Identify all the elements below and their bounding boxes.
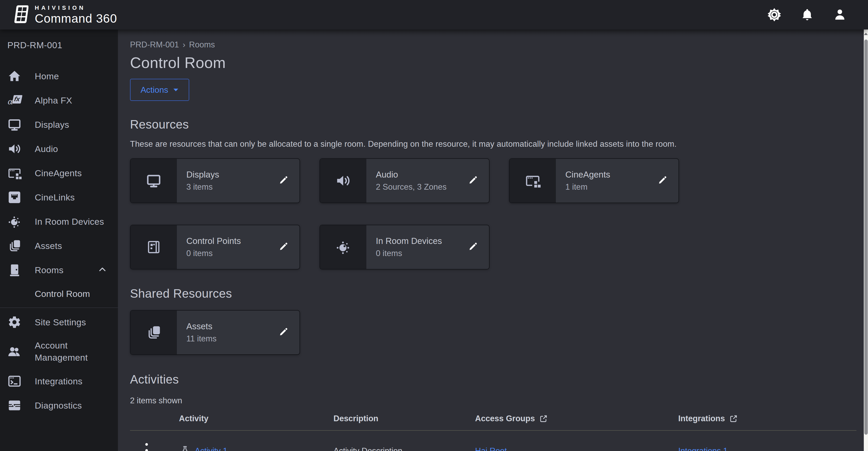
flask-icon [179, 445, 191, 451]
sidebar-item-assets[interactable]: Assets [0, 234, 118, 258]
resource-card-assets[interactable]: Assets 11 items [130, 310, 300, 355]
scrollbar-thumb[interactable] [864, 39, 868, 435]
activities-heading: Activities [130, 372, 868, 387]
card-title: Control Points [186, 236, 278, 246]
card-title: Assets [186, 321, 278, 331]
resources-heading: Resources [130, 117, 868, 132]
external-link-icon[interactable] [729, 414, 738, 423]
control-points-icon [130, 225, 177, 269]
settings-gear-icon[interactable] [767, 7, 782, 22]
brand-name: HAIVISION [35, 5, 117, 11]
integration-link[interactable]: Integrations 1 [678, 446, 728, 451]
edit-pencil-icon[interactable] [657, 175, 668, 187]
resource-card-control-points[interactable]: Control Points 0 items [130, 225, 300, 270]
sidebar-item-label: Integrations [35, 376, 82, 387]
sidebar-item-label: In Room Devices [35, 217, 104, 227]
page-title: Control Room [130, 54, 868, 72]
sidebar-item-label: Rooms [35, 265, 63, 275]
cinelinks-icon [7, 190, 22, 205]
column-header-description[interactable]: Description [334, 414, 475, 423]
sidebar-item-rooms[interactable]: Rooms [0, 258, 118, 282]
resource-card-cineagents[interactable]: CineAgents 1 item [509, 158, 679, 203]
actions-button[interactable]: Actions [130, 79, 189, 101]
sidebar-item-in-room-devices[interactable]: In Room Devices [0, 209, 118, 234]
breadcrumb-site[interactable]: PRD-RM-001 [130, 40, 179, 50]
rooms-door-icon [7, 262, 22, 278]
sidebar-item-label: Audio [35, 144, 58, 154]
activities-count: 2 items shown [130, 396, 868, 405]
actions-button-label: Actions [141, 85, 168, 95]
sidebar-item-label: Alpha FX [35, 95, 72, 106]
sidebar-item-control-room[interactable]: Control Room [0, 282, 118, 305]
chevron-up-icon[interactable] [98, 265, 107, 275]
external-link-icon[interactable] [539, 414, 548, 423]
scrollbar-up-arrow[interactable] [864, 32, 868, 36]
users-icon [7, 344, 22, 359]
sidebar-item-account-management[interactable]: Account Management [0, 334, 118, 369]
edit-pencil-icon[interactable] [467, 175, 478, 187]
in-room-devices-icon [320, 225, 366, 269]
sidebar-item-label: CineAgents [35, 168, 82, 178]
sidebar-item-label: Displays [35, 120, 69, 130]
resource-card-displays[interactable]: Displays 3 items [130, 158, 300, 203]
notifications-bell-icon[interactable] [800, 8, 814, 22]
caret-down-icon [173, 88, 179, 92]
sidebar-item-diagnostics[interactable]: Diagnostics [0, 393, 118, 418]
main-content: PRD-RM-001 › Rooms Control Room Actions … [118, 29, 868, 451]
edit-pencil-icon[interactable] [467, 241, 478, 253]
shared-resources-heading: Shared Resources [130, 286, 868, 301]
diagnostics-pulse-icon [7, 398, 22, 413]
card-subtitle: 11 items [186, 334, 278, 343]
displays-icon [130, 159, 177, 203]
displays-icon [7, 117, 22, 132]
cineagents-icon [509, 159, 556, 203]
column-header-activity[interactable]: Activity [179, 414, 334, 423]
breadcrumb-separator: › [183, 40, 185, 50]
card-subtitle: 3 items [186, 182, 278, 192]
edit-pencil-icon[interactable] [278, 327, 289, 339]
access-group-link[interactable]: Hai Root [475, 446, 507, 451]
sidebar-item-displays[interactable]: Displays [0, 112, 118, 137]
assets-icon [7, 238, 22, 253]
assets-icon [130, 311, 177, 354]
resources-description: These are resources that can only be all… [130, 139, 868, 149]
activity-row: Activity 1 Activity Description Hai Root… [130, 431, 857, 451]
card-title: CineAgents [565, 170, 657, 180]
resource-card-audio[interactable]: Audio 2 Sources, 3 Zones [319, 158, 490, 203]
column-header-integrations[interactable]: Integrations [678, 414, 857, 423]
card-subtitle: 2 Sources, 3 Zones [376, 182, 467, 192]
edit-pencil-icon[interactable] [278, 175, 289, 187]
activities-table: Activity Description Access Groups Integ… [130, 414, 857, 451]
brand-logo: HAIVISION Command 360 [0, 3, 117, 26]
sidebar-item-site-settings[interactable]: Site Settings [0, 310, 118, 334]
card-title: In Room Devices [376, 236, 467, 246]
user-account-icon[interactable] [833, 8, 847, 22]
scrollbar[interactable] [864, 29, 868, 451]
card-subtitle: 1 item [565, 182, 657, 192]
sidebar-item-label: Site Settings [35, 317, 86, 328]
sidebar-item-audio[interactable]: Audio [0, 137, 118, 161]
card-title: Audio [376, 170, 467, 180]
sidebar-item-label: Home [35, 71, 59, 81]
audio-icon [320, 159, 366, 203]
sidebar-item-integrations[interactable]: Integrations [0, 369, 118, 393]
in-room-devices-icon [7, 214, 22, 229]
sidebar-item-alpha-fx[interactable]: αfx Alpha FX [0, 88, 118, 112]
audio-icon [7, 141, 22, 157]
sidebar-item-cinelinks[interactable]: CineLinks [0, 185, 118, 209]
sidebar-subitem-label: Control Room [35, 289, 90, 299]
breadcrumb-rooms[interactable]: Rooms [189, 40, 215, 50]
sidebar-item-home[interactable]: Home [0, 64, 118, 88]
sidebar-item-label: Account Management [35, 340, 100, 364]
home-icon [7, 68, 22, 84]
gear-icon [7, 314, 22, 330]
column-header-access-groups[interactable]: Access Groups [475, 414, 678, 423]
activities-table-header: Activity Description Access Groups Integ… [130, 414, 857, 431]
edit-pencil-icon[interactable] [278, 241, 289, 253]
kebab-menu-icon[interactable] [145, 442, 149, 451]
sidebar-item-label: CineLinks [35, 192, 75, 203]
card-subtitle: 0 items [376, 249, 467, 258]
resource-card-in-room-devices[interactable]: In Room Devices 0 items [319, 225, 490, 270]
activity-link[interactable]: Activity 1 [195, 446, 227, 451]
sidebar-item-cineagents[interactable]: CineAgents [0, 161, 118, 185]
